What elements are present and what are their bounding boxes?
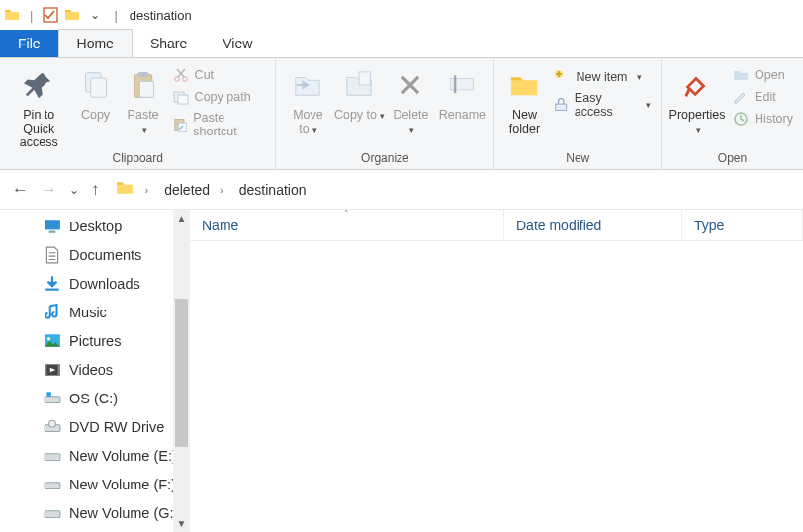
tab-file[interactable]: File: [0, 30, 58, 57]
nav-item-drive-e[interactable]: New Volume (E:): [0, 441, 190, 470]
nav-item-drive-c[interactable]: OS (C:): [0, 384, 190, 412]
up-button[interactable]: ↑: [91, 180, 100, 200]
desktop-icon: [44, 218, 61, 235]
forward-button[interactable]: →: [41, 180, 57, 200]
nav-item-pictures[interactable]: Pictures: [0, 326, 190, 355]
nav-item-drive-g[interactable]: New Volume (G:): [0, 498, 190, 527]
svg-rect-25: [58, 364, 60, 375]
copy-to-button[interactable]: Copy to▾: [333, 62, 385, 123]
svg-point-7: [182, 77, 187, 82]
open-button[interactable]: Open: [731, 66, 795, 84]
breadcrumb-item[interactable]: destination: [235, 180, 311, 200]
nav-item-dvd-drive[interactable]: DVD RW Drive: [0, 412, 190, 441]
drive-icon: [44, 447, 61, 465]
svg-rect-12: [359, 72, 370, 85]
history-button[interactable]: History: [731, 110, 795, 128]
new-folder-icon: [507, 70, 541, 100]
breadcrumb-item[interactable]: deleted›: [160, 180, 231, 200]
copy-path-button[interactable]: Copy path: [171, 88, 268, 106]
new-folder-button[interactable]: New folder: [500, 62, 548, 135]
nav-item-desktop[interactable]: Desktop: [0, 212, 190, 240]
move-to-button[interactable]: Move to▾: [282, 62, 333, 136]
svg-rect-18: [45, 220, 60, 229]
nav-item-music[interactable]: Music: [0, 298, 190, 326]
copy-path-icon: [173, 89, 189, 105]
svg-rect-20: [45, 288, 59, 290]
rename-button[interactable]: Rename: [436, 62, 488, 122]
svg-point-22: [47, 337, 50, 340]
group-clipboard: Pin to Quick access Copy Paste▾ Cut Copy…: [0, 58, 276, 169]
chevron-down-icon: ▾: [409, 125, 414, 134]
tab-home[interactable]: Home: [58, 29, 133, 57]
ribbon: Pin to Quick access Copy Paste▾ Cut Copy…: [0, 58, 803, 170]
group-label-new: New: [500, 149, 655, 167]
delete-button[interactable]: Delete▾: [385, 62, 436, 136]
rename-icon: [447, 72, 477, 98]
pin-to-quick-access-button[interactable]: Pin to Quick access: [6, 62, 72, 149]
tab-view[interactable]: View: [205, 30, 270, 57]
separator: |: [110, 8, 121, 23]
svg-rect-9: [178, 95, 188, 104]
nav-item-documents[interactable]: Documents: [0, 240, 190, 269]
music-icon: [44, 304, 61, 321]
tab-share[interactable]: Share: [133, 30, 205, 57]
svg-point-29: [49, 420, 56, 427]
move-to-icon: [292, 70, 323, 100]
sort-indicator-icon: ˄: [344, 209, 349, 219]
cut-icon: [173, 67, 189, 83]
scrollbar-thumb[interactable]: [175, 299, 188, 447]
group-label-open: Open: [668, 149, 797, 167]
navigation-bar: ← → ⌄ ↑ › deleted› destination: [0, 170, 803, 210]
column-date-modified[interactable]: Date modified: [504, 210, 682, 240]
cut-button[interactable]: Cut: [171, 66, 268, 84]
chevron-down-icon: ▾: [380, 111, 385, 121]
easy-access-button[interactable]: Easy access▾: [552, 90, 653, 120]
copy-button[interactable]: Copy: [72, 62, 120, 122]
chevron-down-icon: ▾: [142, 125, 147, 134]
scroll-down-icon[interactable]: ▼: [173, 515, 190, 532]
folder-icon: [116, 179, 134, 200]
chevron-right-icon[interactable]: ›: [141, 184, 153, 196]
chevron-right-icon[interactable]: ›: [216, 184, 227, 196]
drive-icon: [44, 390, 61, 407]
chevron-down-icon: ▾: [637, 72, 642, 82]
file-list-empty: [190, 241, 803, 532]
svg-rect-16: [556, 104, 567, 110]
drive-icon: [44, 476, 61, 493]
dvd-drive-icon: [44, 418, 61, 436]
svg-rect-4: [137, 72, 148, 77]
address-bar[interactable]: › deleted› destination: [112, 176, 804, 204]
chevron-down-icon: ▾: [312, 125, 317, 134]
scroll-up-icon[interactable]: ▲: [173, 210, 190, 226]
downloads-icon: [44, 275, 61, 293]
nav-item-drive-f[interactable]: New Volume (F:): [0, 470, 190, 498]
qat-dropdown-icon[interactable]: ⌄: [86, 8, 104, 22]
column-name[interactable]: Name ˄: [190, 210, 504, 240]
recent-locations-button[interactable]: ⌄: [69, 183, 79, 197]
folder-icon[interactable]: [64, 7, 80, 23]
delete-icon: [398, 72, 423, 98]
svg-rect-27: [46, 392, 51, 397]
navigation-pane: Desktop Documents Downloads Music Pictur…: [0, 210, 190, 532]
nav-item-videos[interactable]: Videos: [0, 355, 190, 384]
svg-rect-31: [45, 482, 60, 488]
svg-point-6: [174, 77, 179, 82]
column-type[interactable]: Type: [682, 210, 803, 240]
folder-icon: [4, 7, 20, 23]
svg-rect-19: [49, 230, 56, 232]
history-icon: [733, 111, 749, 127]
separator: |: [26, 8, 37, 23]
paste-button[interactable]: Paste▾: [120, 62, 167, 136]
quick-access-toolbar: | ⌄ |: [4, 7, 122, 23]
back-button[interactable]: ←: [12, 180, 29, 200]
properties-button[interactable]: Properties▾: [668, 62, 727, 136]
scrollbar[interactable]: ▲ ▼: [173, 210, 190, 532]
edit-button[interactable]: Edit: [731, 88, 795, 106]
checkbox-icon[interactable]: [43, 7, 58, 23]
paste-shortcut-button[interactable]: Paste shortcut: [171, 110, 268, 139]
nav-item-downloads[interactable]: Downloads: [0, 269, 190, 298]
new-item-button[interactable]: New item▾: [552, 68, 653, 86]
copy-to-icon: [343, 70, 375, 100]
svg-rect-32: [45, 510, 60, 517]
group-open: Properties▾ Open Edit History Open: [662, 58, 803, 169]
